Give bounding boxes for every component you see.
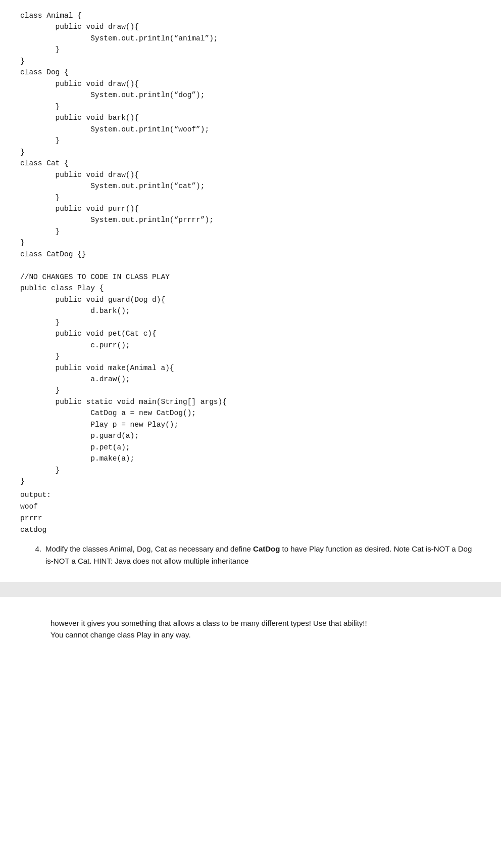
- output-line: prrrr: [20, 513, 481, 524]
- task-text: Modify the classes Animal, Dog, Cat as n…: [45, 543, 481, 567]
- bottom-line1: however it gives you something that allo…: [51, 617, 481, 629]
- task-number: 4.: [20, 543, 45, 567]
- code-block: class Animal { public void draw(){ Syste…: [20, 10, 481, 487]
- output-section: output: woofprrrrcatdog: [20, 489, 481, 536]
- task-item: 4. Modify the classes Animal, Dog, Cat a…: [20, 543, 481, 567]
- output-label: output:: [20, 491, 51, 499]
- output-line: woof: [20, 501, 481, 513]
- bold-catdog: CatDog: [253, 544, 280, 553]
- bottom-section: however it gives you something that allo…: [0, 597, 501, 651]
- gray-divider: [0, 582, 501, 597]
- main-content: class Animal { public void draw(){ Syste…: [0, 0, 501, 567]
- bottom-line2: You cannot change class Play in any way.: [51, 629, 481, 641]
- output-line: catdog: [20, 524, 481, 536]
